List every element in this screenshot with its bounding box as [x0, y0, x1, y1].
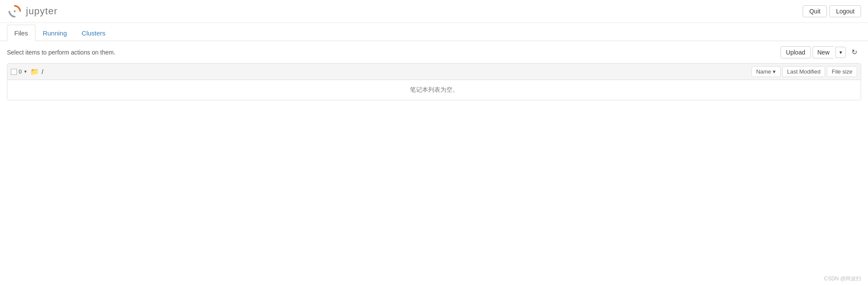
svg-point-0 — [14, 10, 16, 12]
file-list-header-right: Name ▾ Last Modified File size — [752, 66, 857, 77]
quit-button[interactable]: Quit — [803, 5, 827, 17]
col-name-button[interactable]: Name ▾ — [752, 66, 781, 77]
tab-files[interactable]: Files — [7, 25, 35, 41]
empty-message: 笔记本列表为空。 — [7, 80, 861, 100]
col-last-modified-button[interactable]: Last Modified — [782, 66, 825, 77]
col-name-sort-icon: ▾ — [773, 68, 776, 75]
path-label: / — [42, 68, 43, 75]
folder-icon: 📁 — [30, 67, 39, 76]
header: jupyter Quit Logout — [0, 0, 868, 23]
selected-count: 0 — [19, 68, 22, 75]
checkbox-area: 0 ▾ — [11, 68, 28, 75]
new-dropdown-caret[interactable]: ▾ — [836, 47, 846, 58]
logout-button[interactable]: Logout — [829, 5, 861, 17]
select-all-checkbox[interactable] — [11, 69, 17, 75]
toolbar-right: Upload New▾ ↻ — [781, 45, 861, 59]
new-button[interactable]: New — [813, 46, 834, 58]
logo-text: jupyter — [26, 6, 58, 17]
file-area: 0 ▾ 📁 / Name ▾ Last Modified File size 笔… — [7, 63, 861, 100]
file-list-header: 0 ▾ 📁 / Name ▾ Last Modified File size — [7, 64, 861, 80]
col-file-size-button[interactable]: File size — [827, 66, 857, 77]
file-list-header-left: 0 ▾ 📁 / — [11, 67, 752, 76]
tab-clusters[interactable]: Clusters — [74, 25, 113, 41]
tabs: Files Running Clusters — [0, 25, 868, 41]
tab-running[interactable]: Running — [35, 25, 74, 41]
toolbar: Select items to perform actions on them.… — [0, 41, 868, 63]
logo-area: jupyter — [7, 3, 58, 19]
upload-button[interactable]: Upload — [781, 46, 811, 58]
col-name-label: Name — [756, 68, 771, 75]
jupyter-logo-icon — [7, 3, 23, 19]
toolbar-info: Select items to perform actions on them. — [7, 49, 116, 56]
refresh-button[interactable]: ↻ — [848, 45, 861, 59]
select-dropdown-caret[interactable]: ▾ — [23, 69, 28, 74]
header-buttons: Quit Logout — [803, 5, 861, 17]
